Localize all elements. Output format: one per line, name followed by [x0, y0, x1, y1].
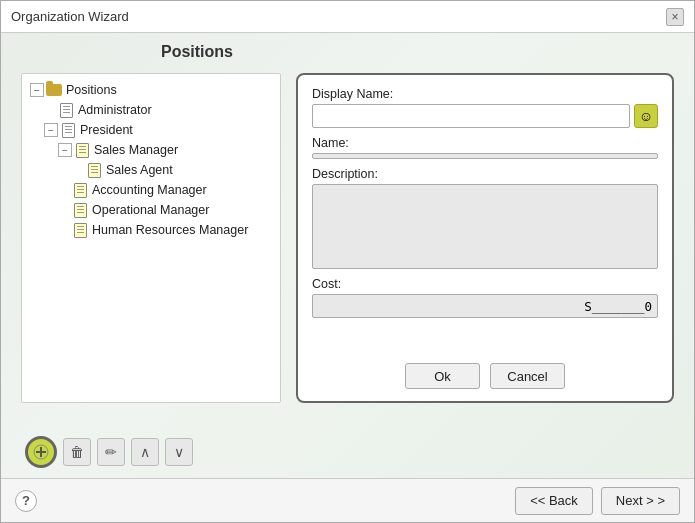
help-button[interactable]: ?	[15, 490, 37, 512]
label-sales-agent: Sales Agent	[106, 163, 173, 177]
up-icon: ∧	[140, 444, 150, 460]
label-positions: Positions	[66, 83, 117, 97]
organization-wizard-dialog: Organization Wizard × Positions − Positi…	[0, 0, 695, 523]
delete-button[interactable]: 🗑	[63, 438, 91, 466]
toggle-president[interactable]: −	[44, 123, 58, 137]
display-name-group: Display Name: ☺	[312, 87, 658, 128]
delete-icon: 🗑	[70, 444, 84, 460]
move-up-button[interactable]: ∧	[131, 438, 159, 466]
smiley-button[interactable]: ☺	[634, 104, 658, 128]
move-down-button[interactable]: ∨	[165, 438, 193, 466]
doc-icon-sales-manager	[74, 142, 90, 158]
section-title: Positions	[161, 43, 674, 61]
label-accounting-manager: Accounting Manager	[92, 183, 207, 197]
description-group: Description:	[312, 167, 658, 269]
bottom-bar: ? << Back Next > >	[1, 478, 694, 522]
main-row: − Positions Administrator −	[21, 73, 674, 430]
label-president: President	[80, 123, 133, 137]
label-hr-manager: Human Resources Manager	[92, 223, 248, 237]
tree-item-sales-manager[interactable]: − Sales Manager	[26, 140, 276, 160]
down-icon: ∨	[174, 444, 184, 460]
cost-label: Cost:	[312, 277, 658, 291]
add-button[interactable]	[25, 436, 57, 468]
tree-panel[interactable]: − Positions Administrator −	[21, 73, 281, 403]
tree-item-administrator[interactable]: Administrator	[26, 100, 276, 120]
toggle-sales-manager[interactable]: −	[58, 143, 72, 157]
doc-icon-administrator	[58, 102, 74, 118]
display-name-label: Display Name:	[312, 87, 658, 101]
doc-icon-president	[60, 122, 76, 138]
cost-input[interactable]	[312, 294, 658, 318]
form-panel: Display Name: ☺ Name: Description:	[296, 73, 674, 403]
doc-icon-accounting-manager	[72, 182, 88, 198]
label-administrator: Administrator	[78, 103, 152, 117]
next-button[interactable]: Next > >	[601, 487, 680, 515]
description-label: Description:	[312, 167, 658, 181]
display-name-row: ☺	[312, 104, 658, 128]
tree-item-positions[interactable]: − Positions	[26, 80, 276, 100]
ok-cancel-row: Ok Cancel	[312, 363, 658, 389]
ok-button[interactable]: Ok	[405, 363, 480, 389]
close-button[interactable]: ×	[666, 8, 684, 26]
doc-icon-operational-manager	[72, 202, 88, 218]
edit-icon: ✏	[105, 444, 117, 460]
doc-icon-sales-agent	[86, 162, 102, 178]
tree-item-operational-manager[interactable]: Operational Manager	[26, 200, 276, 220]
toolbar-row: 🗑 ✏ ∧ ∨	[21, 436, 674, 468]
edit-button[interactable]: ✏	[97, 438, 125, 466]
doc-icon-hr-manager	[72, 222, 88, 238]
name-group: Name:	[312, 136, 658, 159]
label-operational-manager: Operational Manager	[92, 203, 209, 217]
tree-item-accounting-manager[interactable]: Accounting Manager	[26, 180, 276, 200]
title-bar: Organization Wizard ×	[1, 1, 694, 33]
content-area: Positions − Positions	[1, 33, 694, 478]
toggle-positions[interactable]: −	[30, 83, 44, 97]
name-input	[312, 153, 658, 159]
dialog-title: Organization Wizard	[11, 9, 129, 24]
name-label: Name:	[312, 136, 658, 150]
tree-item-president[interactable]: − President	[26, 120, 276, 140]
description-textarea[interactable]	[312, 184, 658, 269]
cancel-button[interactable]: Cancel	[490, 363, 565, 389]
tree-item-sales-agent[interactable]: Sales Agent	[26, 160, 276, 180]
display-name-input[interactable]	[312, 104, 630, 128]
folder-icon-positions	[46, 82, 62, 98]
label-sales-manager: Sales Manager	[94, 143, 178, 157]
cost-group: Cost:	[312, 277, 658, 318]
navigation-buttons: << Back Next > >	[515, 487, 680, 515]
tree-item-hr-manager[interactable]: Human Resources Manager	[26, 220, 276, 240]
back-button[interactable]: << Back	[515, 487, 593, 515]
add-icon	[30, 441, 52, 463]
